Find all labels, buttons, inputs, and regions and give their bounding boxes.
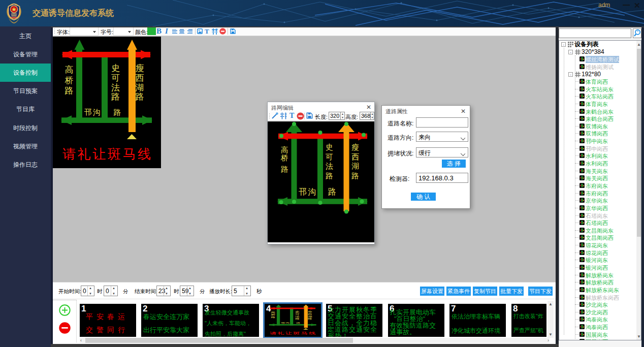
svg-text:路: 路 [111, 92, 120, 102]
svg-text:路: 路 [308, 318, 312, 320]
svg-text:沟: 沟 [93, 108, 101, 116]
svg-text:法: 法 [111, 83, 120, 92]
svg-text:瘦: 瘦 [351, 143, 359, 151]
svg-text:西: 西 [308, 313, 312, 316]
svg-text:桥: 桥 [65, 76, 74, 85]
svg-text:可: 可 [111, 73, 120, 83]
svg-text:沟: 沟 [285, 322, 289, 324]
svg-text:湖: 湖 [136, 83, 144, 92]
svg-text:桥: 桥 [270, 313, 275, 316]
svg-text:高: 高 [271, 311, 275, 313]
svg-text:沟: 沟 [308, 187, 316, 196]
svg-text:西: 西 [136, 73, 144, 83]
svg-text:高: 高 [65, 65, 74, 75]
svg-text:法: 法 [326, 162, 333, 170]
svg-text:史: 史 [326, 143, 333, 151]
svg-text:瘦: 瘦 [136, 64, 144, 73]
svg-text:邗: 邗 [280, 322, 285, 324]
svg-text:史: 史 [111, 64, 120, 73]
svg-text:法: 法 [295, 316, 300, 318]
svg-text:邗: 邗 [299, 187, 307, 196]
svg-text:邗: 邗 [84, 108, 92, 116]
svg-text:路: 路 [65, 86, 74, 96]
svg-text:路: 路 [136, 92, 144, 102]
svg-text:史: 史 [295, 310, 300, 313]
svg-text:路: 路 [295, 318, 300, 320]
svg-text:湖: 湖 [308, 316, 312, 318]
svg-text:路: 路 [351, 171, 359, 180]
svg-text:路: 路 [296, 322, 300, 324]
svg-text:路: 路 [326, 171, 333, 180]
svg-text:高: 高 [281, 145, 288, 154]
svg-text:路: 路 [271, 316, 275, 319]
svg-text:可: 可 [295, 313, 300, 315]
svg-text:路: 路 [328, 187, 336, 196]
svg-text:路: 路 [281, 165, 288, 173]
svg-text:请礼让斑马线: 请礼让斑马线 [269, 331, 316, 335]
svg-text:请礼让斑马线: 请礼让斑马线 [62, 146, 151, 162]
svg-text:桥: 桥 [280, 153, 288, 162]
svg-text:路: 路 [114, 108, 121, 116]
svg-text:可: 可 [326, 152, 333, 161]
svg-text:湖: 湖 [351, 162, 359, 170]
svg-text:西: 西 [351, 152, 359, 161]
svg-text:瘦: 瘦 [308, 310, 312, 313]
